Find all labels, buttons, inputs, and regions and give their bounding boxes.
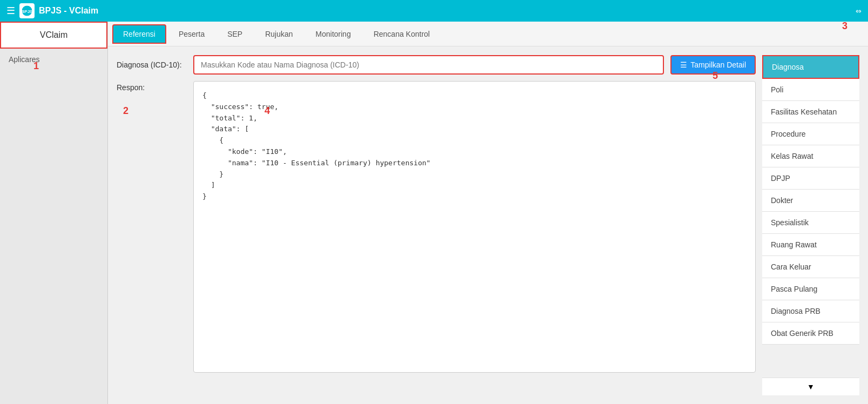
sidebar-item-cara-keluar[interactable]: Cara Keluar [762, 256, 859, 278]
main-layout: VClaim Aplicares Referensi Peserta SEP R… [0, 22, 868, 404]
sidebar-item-diagnosa[interactable]: Diagnosa [762, 55, 859, 79]
respon-label: Respon: [117, 81, 187, 92]
response-box: { "success": true, "total": 1, "data": [… [193, 81, 756, 373]
app-title: BPJS - VClaim [39, 6, 98, 16]
tab-rujukan[interactable]: Rujukan [255, 25, 303, 43]
respon-row: Respon: { "success": true, "total": 1, "… [117, 81, 756, 373]
diagnosa-input[interactable] [193, 55, 664, 75]
diagnosa-row: Diagnosa (ICD-10): ☰ Tampilkan Detail [117, 55, 756, 75]
main-content: Diagnosa (ICD-10): ☰ Tampilkan Detail Re… [108, 46, 868, 404]
diagnosa-label: Diagnosa (ICD-10): [117, 60, 187, 69]
sidebar-item-fasilitas-kesehatan[interactable]: Fasilitas Kesehatan [762, 101, 859, 123]
sidebar-item-ruang-rawat[interactable]: Ruang Rawat [762, 234, 859, 256]
list-icon: ☰ [680, 60, 687, 69]
sidebar-item-poli[interactable]: Poli [762, 79, 859, 101]
bpjs-logo-icon: BPJS [19, 3, 35, 18]
left-sidebar: VClaim Aplicares [0, 22, 108, 404]
sidebar-vclaim[interactable]: VClaim [0, 22, 107, 49]
tab-peserta[interactable]: Peserta [168, 25, 215, 43]
topbar: ☰ BPJS BPJS - VClaim ⇔ [0, 0, 868, 22]
topbar-right: ⇔ [856, 7, 862, 15]
tab-sep[interactable]: SEP [217, 25, 253, 43]
svg-text:BPJS: BPJS [22, 9, 33, 14]
nav-tabs: Referensi Peserta SEP Rujukan Monitoring… [108, 22, 868, 46]
tab-monitoring[interactable]: Monitoring [306, 25, 361, 43]
sidebar-item-procedure[interactable]: Procedure [762, 123, 859, 145]
hamburger-icon[interactable]: ☰ [6, 5, 15, 17]
tab-referensi[interactable]: Referensi [112, 24, 166, 44]
tampilkan-label: Tampilkan Detail [690, 60, 746, 69]
form-section: Diagnosa (ICD-10): ☰ Tampilkan Detail Re… [117, 55, 756, 395]
topbar-exchange-icon[interactable]: ⇔ [856, 7, 862, 15]
sidebar-item-diagnosa-prb[interactable]: Diagnosa PRB [762, 300, 859, 322]
sidebar-item-dokter[interactable]: Dokter [762, 190, 859, 212]
chevron-down-icon: ▼ [807, 382, 815, 391]
tab-rencana-kontrol[interactable]: Rencana Kontrol [363, 25, 440, 43]
sidebar-item-kelas-rawat[interactable]: Kelas Rawat [762, 145, 859, 167]
sidebar-item-pasca-pulang[interactable]: Pasca Pulang [762, 278, 859, 300]
sidebar-item-spesialistik[interactable]: Spesialistik [762, 212, 859, 234]
sidebar-item-dpjp[interactable]: DPJP [762, 167, 859, 190]
scroll-down-button[interactable]: ▼ [762, 378, 859, 395]
app-logo: BPJS BPJS - VClaim [19, 3, 98, 18]
right-sidebar: Diagnosa Poli Fasilitas Kesehatan Proced… [762, 55, 859, 395]
sidebar-aplicares[interactable]: Aplicares [0, 49, 107, 70]
content-area: Referensi Peserta SEP Rujukan Monitoring… [108, 22, 868, 404]
tampilkan-detail-button[interactable]: ☰ Tampilkan Detail [670, 55, 756, 75]
sidebar-item-obat-generik-prb[interactable]: Obat Generik PRB [762, 322, 859, 345]
